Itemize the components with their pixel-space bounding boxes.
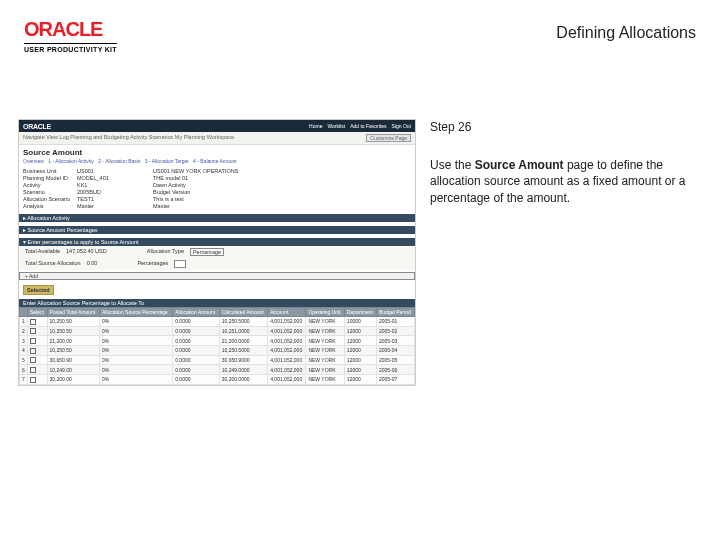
desc: US001 NEW YORK OPERATIONS — [153, 168, 263, 174]
checkbox[interactable] — [30, 367, 36, 373]
checkbox[interactable] — [30, 377, 36, 383]
table-cell: 10,250.5000 — [219, 346, 268, 356]
wizard-step[interactable]: 4 - Balance Amount — [193, 158, 237, 164]
label: Business Unit — [23, 168, 71, 174]
section-bar[interactable]: ▸ Source Amount Percentages — [19, 226, 415, 234]
table-cell: 10000 — [344, 317, 376, 327]
desc: This is a test — [153, 196, 263, 202]
col-header: Department — [344, 308, 376, 317]
table-cell: 5 — [20, 355, 28, 365]
table-cell: 2005-03 — [377, 336, 415, 346]
table-cell: 0.0000 — [173, 317, 220, 327]
table-cell[interactable] — [28, 317, 48, 327]
table-cell: NEW YORK — [306, 336, 344, 346]
table-cell: 10,250.50 — [47, 346, 99, 356]
label: Percentages — [137, 260, 168, 268]
value: KK1 — [77, 182, 147, 188]
table-cell: NEW YORK — [306, 365, 344, 375]
table-cell: 30,200.0000 — [219, 375, 268, 385]
table-cell: 21,200.0000 — [219, 336, 268, 346]
checkbox[interactable] — [30, 357, 36, 363]
desc: THE model 01 — [153, 175, 263, 181]
checkbox[interactable] — [30, 328, 36, 334]
customize-button[interactable]: Customize Page — [366, 134, 411, 142]
allocation-table: Select Posted Total Amount Allocation So… — [19, 307, 415, 385]
desc: Budget Version — [153, 189, 263, 195]
label: Scenario — [23, 189, 71, 195]
label: Analysis — [23, 203, 71, 209]
section-title: Source Amount — [19, 145, 415, 158]
table-cell: 12000 — [344, 375, 376, 385]
table-cell[interactable] — [28, 355, 48, 365]
percentage-input[interactable] — [174, 260, 186, 268]
table-cell: 4 — [20, 346, 28, 356]
table-cell[interactable] — [28, 365, 48, 375]
app-top-links: Home Worklist Add to Favorites Sign Out — [309, 123, 411, 129]
value: 2005BUD — [77, 189, 147, 195]
wizard-steps: Overview 1 - Allocation Activity 2 - All… — [19, 158, 415, 167]
desc: Dawn Activity — [153, 182, 263, 188]
add-button[interactable]: + Add — [19, 272, 415, 280]
grid-title-bar: Enter Allocation Source Percentage to Al… — [19, 299, 415, 307]
desc: Master — [153, 203, 263, 209]
section-bar[interactable]: ▾ Enter percentages to apply to Source A… — [19, 238, 415, 246]
table-cell: NEW YORK — [306, 375, 344, 385]
label: Activity — [23, 182, 71, 188]
step-body: Use the Source Amount page to define the… — [430, 157, 700, 206]
table-cell: 10,249.0000 — [219, 365, 268, 375]
table-row: 410,250.500%0.000010,250.50004,001,052,0… — [20, 346, 415, 356]
table-cell: 2005-07 — [377, 375, 415, 385]
col-header: Operating Unit — [306, 308, 344, 317]
wizard-step[interactable]: 2 - Allocation Basis — [98, 158, 140, 164]
table-cell: 4,001,052,000 — [268, 326, 306, 336]
label: Allocation Scenario — [23, 196, 71, 202]
table-cell: 0.0000 — [173, 336, 220, 346]
section-bar[interactable]: ▸ Allocation Activity — [19, 214, 415, 222]
table-cell: 2005-06 — [377, 365, 415, 375]
wizard-step[interactable]: 3 - Allocation Target — [145, 158, 189, 164]
table-row: 321,200.000%0.000021,200.00004,001,052,0… — [20, 336, 415, 346]
wizard-step[interactable]: Overview — [23, 158, 44, 164]
col-header: Select — [28, 308, 48, 317]
table-cell: 21,200.00 — [47, 336, 99, 346]
value: MODEL_401 — [77, 175, 147, 181]
wizard-step[interactable]: 1 - Allocation Activity — [48, 158, 94, 164]
brand-logo: ORACLE USER PRODUCTIVITY KIT — [24, 18, 117, 53]
checkbox[interactable] — [30, 319, 36, 325]
label: Planning Model ID — [23, 175, 71, 181]
table-row: 730,200.000%0.000030,200.00004,001,052,0… — [20, 375, 415, 385]
table-cell: 0% — [99, 375, 172, 385]
top-link[interactable]: Home — [309, 123, 322, 129]
breadcrumb: Navigate View Log Planning and Budgeting… — [23, 134, 234, 142]
table-cell[interactable] — [28, 375, 48, 385]
table-cell: 12000 — [344, 365, 376, 375]
embedded-app: ORACLE Home Worklist Add to Favorites Si… — [18, 119, 416, 386]
table-cell: 4,001,052,000 — [268, 317, 306, 327]
label: Total Source Allocation — [25, 260, 81, 268]
table-cell[interactable] — [28, 346, 48, 356]
table-cell: 10,249.00 — [47, 365, 99, 375]
table-cell[interactable] — [28, 326, 48, 336]
value: 0.00 — [87, 260, 98, 268]
table-cell: 0% — [99, 336, 172, 346]
table-cell: 12000 — [344, 326, 376, 336]
top-link[interactable]: Add to Favorites — [350, 123, 386, 129]
table-cell: 2 — [20, 326, 28, 336]
tab-selected[interactable]: Selected — [23, 285, 54, 295]
table-cell: 4,001,052,000 — [268, 375, 306, 385]
top-link[interactable]: Sign Out — [392, 123, 411, 129]
table-cell: 30,200.00 — [47, 375, 99, 385]
checkbox[interactable] — [30, 338, 36, 344]
col-header: Posted Total Amount — [47, 308, 99, 317]
top-link[interactable]: Worklist — [327, 123, 345, 129]
table-cell: 10,250.5000 — [219, 317, 268, 327]
table-cell[interactable] — [28, 336, 48, 346]
table-cell: 2005-05 — [377, 355, 415, 365]
table-cell: NEW YORK — [306, 317, 344, 327]
table-cell: 10,250.50 — [47, 317, 99, 327]
table-header-row: Select Posted Total Amount Allocation So… — [20, 308, 415, 317]
checkbox[interactable] — [30, 348, 36, 354]
allocation-type-select[interactable]: Percentage — [190, 248, 224, 256]
table-cell: 1 — [20, 317, 28, 327]
table-cell: 0% — [99, 346, 172, 356]
